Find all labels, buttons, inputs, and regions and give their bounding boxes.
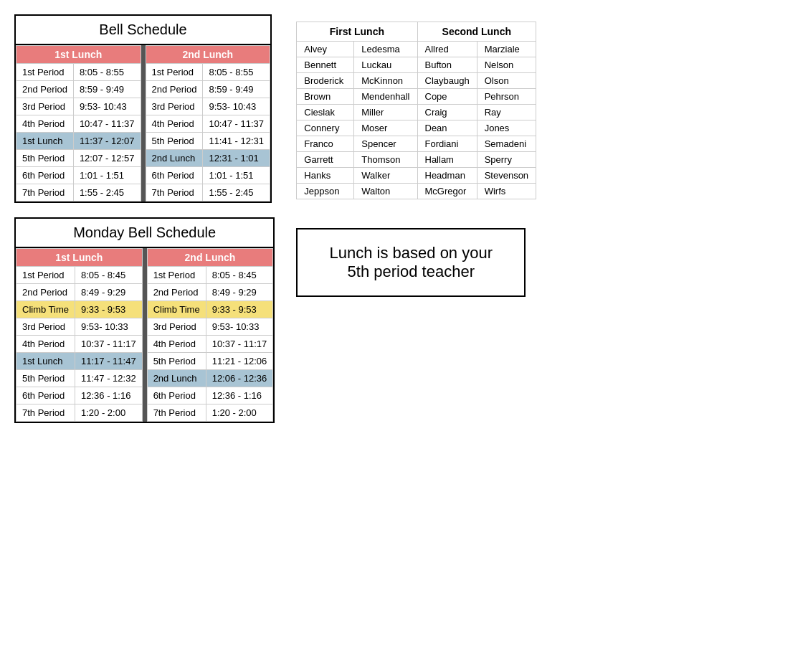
table-row: 1st Period 8:05 - 8:55 (16, 64, 141, 81)
period-label: 4th Period (146, 115, 203, 133)
period-time: 10:37 - 11:17 (206, 336, 273, 353)
table-row: 3rd Period 9:53- 10:43 (16, 98, 141, 115)
sl1-name: Headman (417, 168, 477, 184)
table-row: 3rd Period 9:53- 10:33 (147, 318, 273, 336)
table-row: 2nd Period 8:49 - 9:29 (147, 284, 273, 301)
table-row: 4th Period 10:37 - 11:17 (16, 336, 143, 353)
sl1-name: Claybaugh (417, 73, 477, 89)
period-label: 1st Period (16, 64, 74, 81)
sl2-name: Stevenson (477, 168, 536, 184)
fl1-name: Alvey (297, 42, 354, 57)
period-time: 11:37 - 12:07 (73, 133, 141, 150)
list-item: Hanks Walker Headman Stevenson (297, 168, 536, 184)
period-label: 1st Period (147, 267, 206, 284)
info-box: Lunch is based on your 5th period teache… (296, 228, 526, 297)
sl1-name: Cope (417, 89, 477, 105)
sl2-name: Ray (477, 105, 536, 120)
period-time: 8:49 - 9:29 (206, 284, 273, 301)
sl1-name: McGregor (417, 184, 477, 199)
table-row: 2nd Period 8:59 - 9:49 (146, 81, 270, 98)
table-row: 6th Period 1:01 - 1:51 (146, 167, 270, 184)
period-time: 12:36 - 1:16 (206, 387, 273, 404)
period-time: 9:53- 10:43 (203, 98, 270, 115)
period-label: 2nd Period (16, 284, 75, 301)
table-row: 5th Period 11:41 - 12:31 (146, 133, 270, 150)
table-row: 7th Period 1:20 - 2:00 (147, 404, 273, 422)
period-label: 2nd Period (146, 81, 203, 98)
period-label: 6th Period (146, 167, 203, 184)
period-label: 2nd Period (16, 81, 74, 98)
period-time: 11:41 - 12:31 (203, 133, 270, 150)
period-time: 11:21 - 12:06 (206, 353, 273, 370)
period-time: 9:53- 10:33 (75, 318, 143, 336)
table-row-lunch: 1st Lunch 11:37 - 12:07 (16, 133, 141, 150)
bell-schedule-lunch2: 2nd Lunch 1st Period 8:05 - 8:55 2nd Per… (146, 45, 271, 202)
sl1-name: Craig (417, 105, 477, 120)
fl2-name: Luckau (354, 57, 417, 73)
period-time: 12:07 - 12:57 (73, 150, 141, 167)
period-label: 5th Period (147, 353, 206, 370)
period-time: 11:17 - 11:47 (75, 353, 143, 370)
period-time: 9:33 - 9:53 (206, 301, 273, 318)
period-label: 3rd Period (16, 318, 75, 336)
fl1-name: Hanks (297, 168, 354, 184)
period-label: 3rd Period (146, 98, 203, 115)
second-lunch-header: Second Lunch (417, 22, 536, 42)
fl2-name: Spencer (354, 136, 417, 152)
sl2-name: Jones (477, 120, 536, 136)
monday-lunch1-header: 1st Lunch (16, 249, 143, 267)
list-item: Bennett Luckau Bufton Nelson (297, 57, 536, 73)
info-line2: 5th period teacher (348, 262, 475, 280)
period-label: 7th Period (147, 404, 206, 422)
page-layout: Bell Schedule 1st Lunch 1st Period 8:05 … (14, 14, 794, 423)
fl2-name: Walker (354, 168, 417, 184)
period-time: 12:06 - 12:36 (206, 370, 273, 387)
lunch-names-table: First Lunch Second Lunch Alvey Ledesma A… (296, 22, 536, 199)
list-item: Jeppson Walton McGregor Wirfs (297, 184, 536, 199)
period-time: 1:01 - 1:51 (203, 167, 270, 184)
period-time: 8:05 - 8:45 (206, 267, 273, 284)
table-row: 2nd Period 8:59 - 9:49 (16, 81, 141, 98)
period-label: 7th Period (16, 404, 75, 422)
table-row: 4th Period 10:37 - 11:17 (147, 336, 273, 353)
fl1-name: Cieslak (297, 105, 354, 120)
period-label: 6th Period (16, 387, 75, 404)
period-time: 8:49 - 9:29 (75, 284, 143, 301)
period-label: 5th Period (16, 370, 75, 387)
table-row: 1st Period 8:05 - 8:45 (147, 267, 273, 284)
period-time: 11:47 - 12:32 (75, 370, 143, 387)
period-time: 8:05 - 8:55 (203, 64, 270, 81)
table-row: 1st Period 8:05 - 8:45 (16, 267, 143, 284)
sl1-name: Hallam (417, 152, 477, 168)
monday-schedule-lunch2: 2nd Lunch 1st Period 8:05 - 8:45 2nd Per… (147, 248, 274, 422)
period-label: 2nd Period (147, 284, 206, 301)
fl1-name: Garrett (297, 152, 354, 168)
info-line1: Lunch is based on your (330, 244, 493, 262)
list-item: Cieslak Miller Craig Ray (297, 105, 536, 120)
monday-schedule-title: Monday Bell Schedule (16, 219, 273, 248)
period-time: 1:01 - 1:51 (73, 167, 141, 184)
period-label: 6th Period (147, 387, 206, 404)
bell-schedule-title: Bell Schedule (16, 16, 270, 45)
fl2-name: Walton (354, 184, 417, 199)
fl1-name: Jeppson (297, 184, 354, 199)
fl2-name: Moser (354, 120, 417, 136)
period-time: 8:05 - 8:55 (73, 64, 141, 81)
table-row: 5th Period 11:47 - 12:32 (16, 370, 143, 387)
period-label: 5th Period (16, 150, 74, 167)
bell-schedule-lunch1: 1st Lunch 1st Period 8:05 - 8:55 2nd Per… (16, 45, 141, 202)
sl2-name: Wirfs (477, 184, 536, 199)
period-time: 12:36 - 1:16 (75, 387, 143, 404)
period-time: 10:37 - 11:17 (75, 336, 143, 353)
period-label: 1st Period (146, 64, 203, 81)
table-row-climb: Climb Time 9:33 - 9:53 (16, 301, 143, 318)
table-row: 7th Period 1:20 - 2:00 (16, 404, 143, 422)
fl2-name: Ledesma (354, 42, 417, 57)
table-row: 4th Period 10:47 - 11:37 (146, 115, 270, 133)
period-label: 4th Period (16, 336, 75, 353)
monday-lunch2-header: 2nd Lunch (147, 249, 273, 267)
table-row: 6th Period 12:36 - 1:16 (16, 387, 143, 404)
table-row: 1st Period 8:05 - 8:55 (146, 64, 270, 81)
period-time: 9:53- 10:33 (206, 318, 273, 336)
table-row: 4th Period 10:47 - 11:37 (16, 115, 141, 133)
